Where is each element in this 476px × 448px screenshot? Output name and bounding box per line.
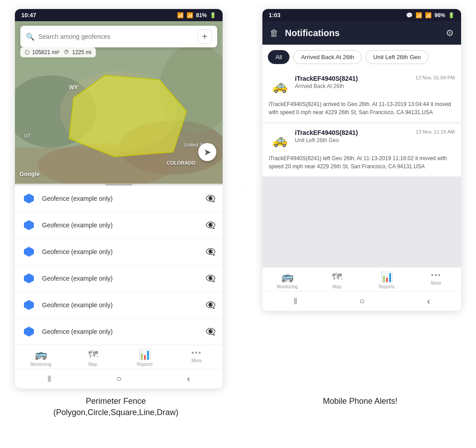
back-button[interactable]: ‹ xyxy=(187,374,190,384)
left-phone: 10:47 📶 📶 81% 🔋 xyxy=(15,9,223,388)
list-item[interactable]: Geofence (example only) 👁‍🗨 xyxy=(15,212,223,239)
settings-icon[interactable]: ⚙ xyxy=(446,28,454,38)
notif-event-1: Arrived Back At 26th xyxy=(295,83,455,89)
notifications-title: Notifications xyxy=(285,28,439,38)
notif-event-2: Unit Left 26th Geo xyxy=(295,137,455,143)
notifications-header: 🗑 Notifications ⚙ xyxy=(262,21,461,45)
filter-tab-left[interactable]: Unit Left 26th Geo xyxy=(365,50,429,64)
left-status-right: 📶 📶 81% 🔋 xyxy=(177,12,216,18)
delete-icon[interactable]: 🗑 xyxy=(270,28,279,38)
right-reports-icon: 📊 xyxy=(381,271,393,283)
right-bottom-nav: 🚌 Monitoring 🗺 Map 📊 Reports ••• More xyxy=(262,267,461,291)
chat-icon: 💬 xyxy=(406,12,413,18)
nav-monitoring[interactable]: 🚌 Monitoring xyxy=(28,349,55,367)
geofence-label-5: Geofence (example only) xyxy=(42,301,199,309)
geofence-label-4: Geofence (example only) xyxy=(42,275,199,282)
svg-marker-8 xyxy=(24,194,34,203)
right-caption-text: Mobile Phone Alerts! xyxy=(323,397,397,406)
right-nav-monitoring[interactable]: 🚌 Monitoring xyxy=(274,271,301,289)
notif-body-2: iTrackEF4940S(8241) left Geo 26th. At 11… xyxy=(269,154,455,171)
notif-title-row-2: iTrackEF4940S(8241) 13 Nov, 11:16 AM xyxy=(295,129,455,136)
eye-icon-1[interactable]: 👁‍🗨 xyxy=(205,194,215,203)
captions-container: Perimeter Fence(Polygon,Circle,Square,Li… xyxy=(0,388,476,423)
recent-apps-button[interactable]: ⦀ xyxy=(47,374,51,384)
eye-icon-2[interactable]: 👁‍🗨 xyxy=(205,220,215,230)
signal-icon-right: 📶 xyxy=(425,12,432,18)
right-status-right: 💬 📶 📶 96% 🔋 xyxy=(406,12,455,18)
right-nav-more[interactable]: ••• More xyxy=(423,271,450,289)
right-nav-reports[interactable]: 📊 Reports xyxy=(373,271,400,289)
area-icon: ⬡ xyxy=(25,49,29,55)
filter-tab-arrived[interactable]: Arrived Back At 26th xyxy=(293,50,362,64)
map-icon: 🗺 xyxy=(88,349,98,360)
left-system-nav: ⦀ ○ ‹ xyxy=(15,369,223,388)
geofence-list: Geofence (example only) 👁‍🗨 Geofence (ex… xyxy=(15,185,223,345)
reports-label: Reports xyxy=(137,362,153,367)
notif-time-2: 13 Nov, 11:16 AM xyxy=(415,129,455,134)
eye-icon-6[interactable]: 👁‍🗨 xyxy=(205,327,215,337)
eye-icon-4[interactable]: 👁‍🗨 xyxy=(205,273,215,283)
notification-card-2[interactable]: 🚕 iTrackEF4940S(8241) 13 Nov, 11:16 AM U… xyxy=(262,124,461,176)
wifi-icon-right: 📶 xyxy=(415,12,422,18)
notifications-list: 🚕 iTrackEF4940S(8241) 13 Nov, 01:04 PM A… xyxy=(262,69,461,267)
geofence-label-6: Geofence (example only) xyxy=(42,328,199,335)
monitoring-icon: 🚌 xyxy=(35,349,47,360)
car-avatar-2: 🚕 xyxy=(269,129,290,151)
left-battery: 81% xyxy=(196,12,207,18)
left-bottom-nav: 🚌 Monitoring 🗺 Map 📊 Reports ••• More xyxy=(15,345,223,369)
more-label: More xyxy=(191,358,202,363)
notif-card-1-header: 🚕 iTrackEF4940S(8241) 13 Nov, 01:04 PM A… xyxy=(269,75,455,97)
right-back-button[interactable]: ‹ xyxy=(427,296,430,306)
map-label: Map xyxy=(89,362,97,367)
wy-label: WY xyxy=(69,84,78,91)
reports-icon: 📊 xyxy=(139,349,151,360)
right-battery: 96% xyxy=(434,12,445,18)
geofence-icon-4 xyxy=(22,272,36,285)
right-more-icon: ••• xyxy=(431,271,442,279)
filter-tab-all[interactable]: All xyxy=(268,50,289,64)
more-icon: ••• xyxy=(191,349,202,357)
add-geofence-button[interactable]: + xyxy=(197,29,212,44)
right-home-button[interactable]: ○ xyxy=(359,296,365,306)
notif-empty-area xyxy=(262,177,461,267)
eye-icon-5[interactable]: 👁‍🗨 xyxy=(205,300,215,310)
compass-button[interactable]: ➤ xyxy=(198,143,216,161)
geofence-label-2: Geofence (example only) xyxy=(42,222,199,229)
battery-icon-right: 🔋 xyxy=(448,12,455,18)
geofence-icon-1 xyxy=(22,192,36,205)
google-logo: Google xyxy=(19,171,40,177)
svg-marker-11 xyxy=(24,273,34,283)
signal-icon: 📶 xyxy=(187,12,193,18)
list-item[interactable]: Geofence (example only) 👁‍🗨 xyxy=(15,319,223,345)
left-caption-text: Perimeter Fence(Polygon,Circle,Square,Li… xyxy=(53,397,178,417)
map-search-bar[interactable]: 🔍 + xyxy=(20,26,217,47)
right-monitoring-icon: 🚌 xyxy=(281,271,294,283)
eye-icon-3[interactable]: 👁‍🗨 xyxy=(205,247,215,257)
list-item[interactable]: Geofence (example only) 👁‍🗨 xyxy=(15,185,223,212)
nav-more[interactable]: ••• More xyxy=(183,349,210,367)
map-area[interactable]: 🔍 + ⬡ 105821 mi² ⏱ 1225 mi WY UT COLORAD… xyxy=(15,21,223,184)
nav-reports[interactable]: 📊 Reports xyxy=(131,349,159,367)
map-stats-bar: ⬡ 105821 mi² ⏱ 1225 mi xyxy=(20,47,96,57)
device-name-2: iTrackEF4940S(8241) xyxy=(295,129,358,136)
right-caption: Mobile Phone Alerts! xyxy=(258,396,462,418)
geofence-icon-5 xyxy=(22,298,36,312)
right-recent-apps-button[interactable]: ⦀ xyxy=(294,296,297,306)
right-map-icon: 🗺 xyxy=(332,271,342,283)
list-item[interactable]: Geofence (example only) 👁‍🗨 xyxy=(15,265,223,292)
colorado-label: COLORADO xyxy=(167,160,196,166)
home-button[interactable]: ○ xyxy=(117,374,122,384)
list-item[interactable]: Geofence (example only) 👁‍🗨 xyxy=(15,239,223,265)
right-nav-map[interactable]: 🗺 Map xyxy=(323,271,350,289)
right-system-nav: ⦀ ○ ‹ xyxy=(262,291,461,311)
list-item[interactable]: Geofence (example only) 👁‍🗨 xyxy=(15,292,223,319)
divider: • xyxy=(241,9,244,194)
notification-card-1[interactable]: 🚕 iTrackEF4940S(8241) 13 Nov, 01:04 PM A… xyxy=(262,69,461,122)
geofence-icon-6 xyxy=(22,325,36,338)
ut-label: UT xyxy=(24,133,31,139)
search-input[interactable] xyxy=(38,33,194,40)
svg-marker-13 xyxy=(24,327,34,337)
svg-marker-12 xyxy=(24,300,34,310)
notif-time-1: 13 Nov, 01:04 PM xyxy=(415,75,455,80)
nav-map[interactable]: 🗺 Map xyxy=(79,349,107,367)
